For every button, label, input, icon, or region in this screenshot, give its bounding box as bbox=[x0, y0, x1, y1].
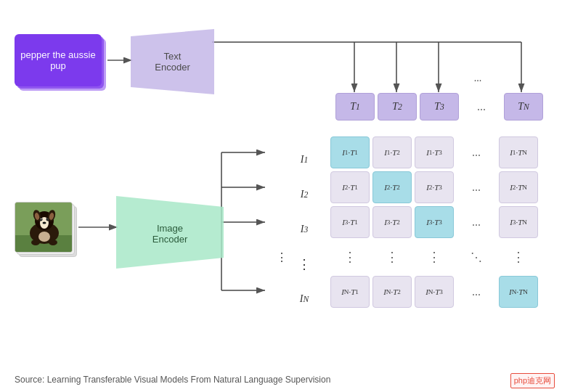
token-tn: TN bbox=[504, 93, 543, 121]
source-text: Source: Learning Transferable Visual Mod… bbox=[15, 375, 330, 385]
svg-text:⋮: ⋮ bbox=[276, 251, 288, 264]
text-input-paper-front: pepper the aussie pup bbox=[15, 34, 102, 86]
cell-n-2: IN·T2 bbox=[372, 276, 412, 308]
cell-3-n: I3·TN bbox=[499, 206, 538, 238]
i-token-dots: ⋮ bbox=[290, 248, 318, 280]
token-t2: T2 bbox=[378, 93, 417, 121]
i-token-n: IN bbox=[290, 283, 318, 315]
matrix-grid: I1·T1 I1·T2 I1·T3 ... I1·TN I2·T1 I2·T2 … bbox=[330, 136, 538, 311]
cell-1-dots: ... bbox=[457, 136, 496, 168]
cell-d-dots: ⋱ bbox=[457, 241, 496, 273]
cell-2-3: I2·T3 bbox=[415, 171, 454, 203]
dog-illustration bbox=[15, 203, 73, 253]
cell-d-2: ⋮ bbox=[372, 241, 412, 273]
svg-marker-19 bbox=[131, 29, 214, 94]
matrix-row-n: IN·T1 IN·T2 IN·T3 ... IN·TN bbox=[330, 276, 538, 308]
i-tokens-col: I1 I2 I3 ⋮ IN bbox=[290, 144, 318, 315]
cell-n-1: IN·T1 bbox=[330, 276, 370, 308]
image-encoder-label: ImageEncoder bbox=[152, 223, 187, 245]
token-ellipsis: ... bbox=[462, 93, 501, 121]
cell-3-2: I3·T2 bbox=[372, 206, 412, 238]
cell-d-1: ⋮ bbox=[330, 241, 370, 273]
image-encoder: ImageEncoder bbox=[116, 196, 224, 271]
svg-point-35 bbox=[49, 240, 57, 245]
svg-point-29 bbox=[43, 222, 46, 224]
svg-text:...: ... bbox=[474, 73, 482, 83]
cell-d-n: ⋮ bbox=[499, 241, 538, 273]
token-t1: T1 bbox=[335, 93, 375, 121]
cell-2-dots: ... bbox=[457, 171, 496, 203]
image-paper-front bbox=[15, 202, 73, 253]
source-label: Source: Learning Transferable Visual Mod… bbox=[15, 375, 330, 385]
cell-2-2: I2·T2 bbox=[372, 171, 412, 203]
token-t3: T3 bbox=[420, 93, 459, 121]
cell-3-dots: ... bbox=[457, 206, 496, 238]
svg-point-34 bbox=[31, 240, 40, 245]
cell-n-dots: ... bbox=[457, 276, 496, 308]
cell-1-2: I1·T2 bbox=[372, 136, 412, 168]
cell-2-1: I2·T1 bbox=[330, 171, 370, 203]
watermark-text: php迪克网 bbox=[514, 376, 551, 385]
watermark: php迪克网 bbox=[510, 373, 555, 388]
matrix-row-1: I1·T1 I1·T2 I1·T3 ... I1·TN bbox=[330, 136, 538, 168]
svg-point-36 bbox=[38, 232, 50, 242]
i-token-1: I1 bbox=[290, 144, 318, 176]
matrix-row-2: I2·T1 I2·T2 I2·T3 ... I2·TN bbox=[330, 171, 538, 203]
cell-1-n: I1·TN bbox=[499, 136, 538, 168]
cell-3-1: I3·T1 bbox=[330, 206, 370, 238]
cell-2-n: I2·TN bbox=[499, 171, 538, 203]
matrix-row-dots: ⋮ ⋮ ⋮ ⋱ ⋮ bbox=[330, 241, 538, 273]
i-token-2: I2 bbox=[290, 179, 318, 211]
i-token-3: I3 bbox=[290, 213, 318, 245]
cell-d-3: ⋮ bbox=[415, 241, 454, 273]
cell-n-3: IN·T3 bbox=[415, 276, 454, 308]
cell-n-n: IN·TN bbox=[499, 276, 538, 308]
diagram-container: ... ⋮ pepper the aussie pup bbox=[0, 0, 562, 363]
text-input-label: pepper the aussie pup bbox=[20, 49, 96, 71]
cell-3-3: I3·T3 bbox=[415, 206, 454, 238]
tokens-row: T1 T2 T3 ... TN bbox=[335, 93, 543, 121]
cell-1-3: I1·T3 bbox=[415, 136, 454, 168]
text-encoder: TextEncoder bbox=[131, 29, 214, 94]
matrix-row-3: I3·T1 I3·T2 I3·T3 ... I3·TN bbox=[330, 206, 538, 238]
cell-1-1: I1·T1 bbox=[330, 136, 370, 168]
